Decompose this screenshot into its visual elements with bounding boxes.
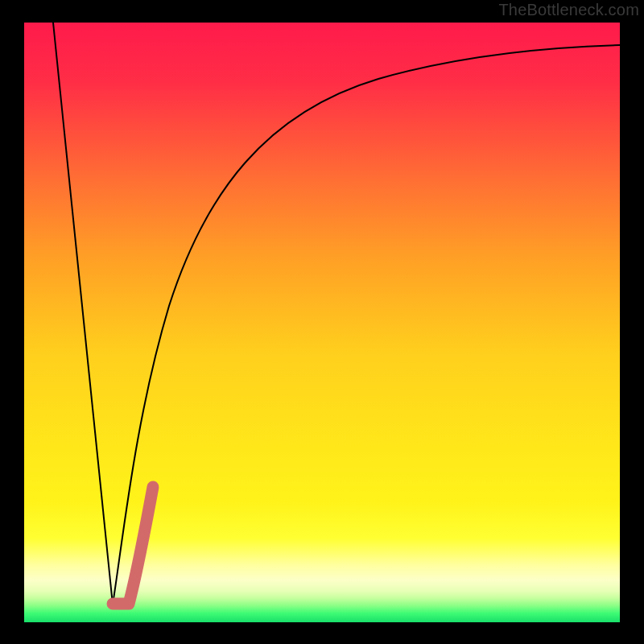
watermark-text: TheBottleneck.com: [498, 1, 639, 19]
chart-svg: [0, 0, 644, 644]
plot-area: [24, 23, 620, 622]
chart-container: TheBottleneck.com: [0, 0, 644, 644]
